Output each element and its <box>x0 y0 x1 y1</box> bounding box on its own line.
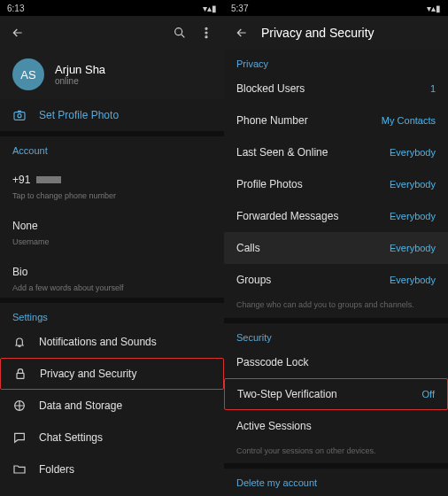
status-icons: ▾▴▮ <box>427 4 441 13</box>
delete-section: Delete my account <box>224 469 448 492</box>
avatar[interactable]: AS <box>12 58 44 90</box>
status-icons: ▾▴▮ <box>203 4 217 13</box>
profile-name: Arjun Sha <box>55 63 105 76</box>
back-icon[interactable] <box>11 26 25 40</box>
phone-hint: Tap to change phone number <box>0 191 224 205</box>
status-bar: 5:37 ▾▴▮ <box>224 0 448 16</box>
forwarded-row[interactable]: Forwarded MessagesEverybody <box>224 200 448 232</box>
svg-point-1 <box>205 27 207 29</box>
devices-row[interactable]: Devices <box>0 485 224 496</box>
privacy-row[interactable]: Privacy and Security <box>0 358 224 390</box>
photos-row[interactable]: Profile PhotosEverybody <box>224 168 448 200</box>
profile-status: online <box>55 76 105 86</box>
back-icon[interactable] <box>235 26 249 40</box>
sessions-row[interactable]: Active Sessions <box>224 410 448 442</box>
camera-icon <box>12 108 27 122</box>
folders-row[interactable]: Folders <box>0 453 224 485</box>
blocked-row[interactable]: Blocked Users1 <box>224 73 448 105</box>
more-icon[interactable] <box>199 26 213 40</box>
chat-row[interactable]: Chat Settings <box>0 422 224 453</box>
username-hint: Username <box>0 237 224 252</box>
status-bar: 6:13 ▾▴▮ <box>0 0 224 16</box>
bio-row[interactable]: Bio <box>0 252 224 283</box>
lock-icon <box>13 367 27 381</box>
search-icon[interactable] <box>173 26 187 40</box>
set-photo-label: Set Profile Photo <box>39 109 119 121</box>
svg-point-3 <box>205 36 207 38</box>
security-section: Security <box>224 323 448 346</box>
calls-row[interactable]: CallsEverybody <box>224 232 448 264</box>
svg-point-2 <box>205 32 207 34</box>
privacy-section: Privacy <box>224 50 448 73</box>
twostep-row[interactable]: Two-Step VerificationOff <box>224 378 448 410</box>
account-section: Account <box>0 136 224 159</box>
passcode-row[interactable]: Passcode Lock <box>224 346 448 378</box>
bio-hint: Add a few words about yourself <box>0 283 224 298</box>
data-row[interactable]: Data and Storage <box>0 390 224 422</box>
svg-rect-6 <box>17 373 24 378</box>
svg-rect-4 <box>14 112 25 120</box>
data-icon <box>12 399 27 413</box>
chat-icon <box>12 430 27 445</box>
folder-icon <box>12 462 27 477</box>
set-profile-photo[interactable]: Set Profile Photo <box>0 99 224 131</box>
clock: 5:37 <box>231 4 248 13</box>
bell-icon <box>12 335 27 349</box>
phone-row[interactable]: +91 <box>0 159 224 191</box>
svg-point-0 <box>175 28 182 35</box>
profile-header: AS Arjun Sha online <box>0 50 224 99</box>
svg-point-5 <box>18 114 21 118</box>
clock: 6:13 <box>7 4 24 13</box>
settings-section: Settings <box>0 303 224 326</box>
lastseen-row[interactable]: Last Seen & OnlineEverybody <box>224 136 448 168</box>
sessions-desc: Control your sessions on other devices. <box>224 442 448 464</box>
groups-row[interactable]: GroupsEverybody <box>224 264 448 296</box>
phone-number-row[interactable]: Phone NumberMy Contacts <box>224 105 448 136</box>
app-bar: Privacy and Security <box>224 16 448 50</box>
away-row[interactable]: If away for6 months <box>224 492 448 496</box>
app-bar <box>0 16 224 50</box>
groups-desc: Change who can add you to groups and cha… <box>224 296 448 318</box>
username-row[interactable]: None <box>0 205 224 237</box>
page-title: Privacy and Security <box>261 26 375 40</box>
notifications-row[interactable]: Notifications and Sounds <box>0 326 224 358</box>
